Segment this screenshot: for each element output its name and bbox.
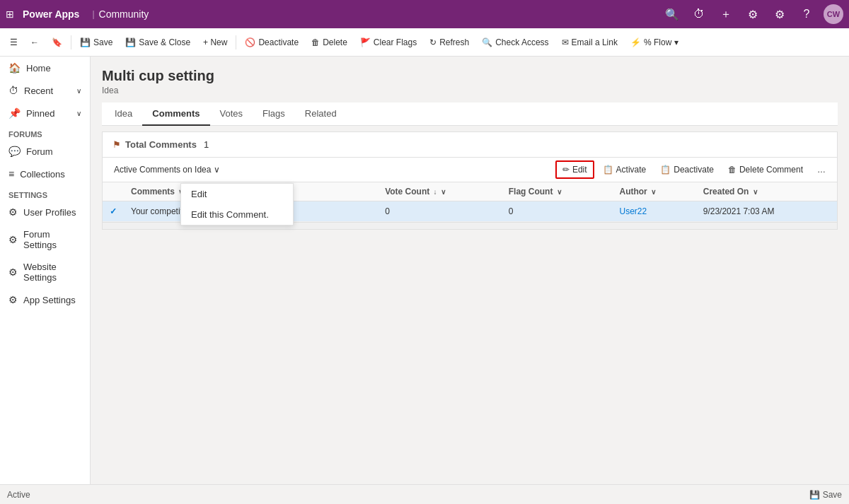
- more-button[interactable]: …: [812, 162, 831, 177]
- hamburger-icon: ☰: [10, 37, 18, 47]
- sort-created-icon: ∨: [753, 188, 758, 196]
- tab-votes[interactable]: Votes: [210, 102, 253, 126]
- content-panel: ⚑ Total Comments 1 Active Comments on Id…: [102, 131, 838, 230]
- activate-icon: 📋: [603, 165, 613, 175]
- home-icon: 🏠: [8, 62, 21, 74]
- sort-author-icon: ∨: [651, 188, 656, 196]
- flow-arrow-icon: ▾: [674, 37, 678, 47]
- search-icon[interactable]: 🔍: [662, 4, 682, 24]
- sidebar-item-app-settings[interactable]: ⚙ App Settings: [0, 288, 90, 311]
- sidebar-item-forum-settings[interactable]: ⚙ Forum Settings: [0, 223, 90, 256]
- save-close-icon: 💾: [125, 37, 136, 47]
- flow-button[interactable]: ⚡ % Flow ▾: [625, 35, 684, 50]
- main-content: Multi cup setting Idea Idea Comments Vot…: [91, 57, 849, 504]
- sidebar-item-website-settings[interactable]: ⚙ Website Settings: [0, 256, 90, 288]
- panel-header: ⚑ Total Comments 1: [103, 132, 837, 158]
- col-vote-count[interactable]: Vote Count ↓ ∨: [378, 182, 502, 201]
- page-title: Multi cup setting: [102, 68, 838, 84]
- community-label: Community: [99, 8, 149, 20]
- sort-vote-icon: ↓: [434, 188, 437, 196]
- filter-icon[interactable]: ⚙: [743, 4, 763, 24]
- edit-pencil-icon: ✏: [562, 165, 570, 175]
- forums-section-header: Forums: [0, 124, 90, 140]
- flow-icon: ⚡: [630, 37, 641, 47]
- pinned-expand-icon: ∨: [76, 110, 81, 117]
- deactivate-comment-button[interactable]: 📋 Deactivate: [654, 162, 720, 177]
- deactivate-comment-icon: 📋: [660, 165, 671, 175]
- pin-icon: 📌: [8, 107, 21, 119]
- back-button[interactable]: ←: [25, 35, 45, 50]
- col-check: [103, 182, 124, 201]
- delete-comment-button[interactable]: 🗑 Delete Comment: [722, 162, 809, 177]
- grid-icon: ⊞: [6, 8, 14, 20]
- save-button[interactable]: 💾 Save: [74, 35, 118, 50]
- save-close-button[interactable]: 💾 Save & Close: [120, 35, 196, 50]
- dropdown-edit-item[interactable]: Edit: [181, 184, 293, 204]
- command-bar: ☰ ← 🔖 💾 Save 💾 Save & Close + New 🚫 Deac…: [0, 28, 849, 57]
- website-settings-icon: ⚙: [8, 266, 18, 278]
- user-profiles-icon: ⚙: [8, 206, 18, 218]
- tab-idea[interactable]: Idea: [105, 102, 142, 126]
- row-flag-count: 0: [502, 201, 613, 222]
- check-access-icon: 🔍: [482, 37, 492, 47]
- help-icon[interactable]: ?: [797, 4, 816, 24]
- sidebar-item-collections[interactable]: ≡ Collections: [0, 163, 90, 185]
- col-author[interactable]: Author ∨: [612, 182, 695, 201]
- check-access-button[interactable]: 🔍 Check Access: [476, 35, 554, 50]
- settings-icon[interactable]: ⚙: [770, 4, 790, 24]
- sort-flag-icon: ∨: [557, 188, 562, 196]
- status-label: Active: [7, 490, 30, 500]
- bookmark-icon: 🔖: [52, 37, 62, 47]
- row-vote-count: 0: [378, 201, 502, 222]
- col-created-on[interactable]: Created On ∨: [696, 182, 837, 201]
- sort-vote-icon2: ∨: [441, 188, 446, 196]
- edit-dropdown-menu: Edit Edit this Comment.: [180, 183, 294, 225]
- recent-icon: ⏱: [8, 85, 18, 96]
- email-link-button[interactable]: ✉ Email a Link: [556, 35, 623, 50]
- sidebar: 🏠 Home ⏱ Recent ∨ 📌 Pinned ∨ Forums 💬 Fo…: [0, 57, 91, 504]
- app-settings-icon: ⚙: [8, 294, 18, 305]
- status-bar: Active 💾 Save: [0, 484, 849, 504]
- delete-button[interactable]: 🗑 Delete: [306, 35, 353, 50]
- col-flag-count[interactable]: Flag Count ∨: [502, 182, 613, 201]
- recent-expand-icon: ∨: [76, 87, 81, 95]
- sidebar-item-recent[interactable]: ⏱ Recent ∨: [0, 79, 90, 102]
- flag-icon: 🚩: [360, 37, 371, 47]
- avatar[interactable]: CW: [824, 4, 843, 24]
- bookmark-button[interactable]: 🔖: [46, 35, 68, 50]
- sidebar-item-forum[interactable]: 💬 Forum: [0, 140, 90, 163]
- more-icon: …: [817, 165, 826, 175]
- clear-flags-button[interactable]: 🚩 Clear Flags: [354, 35, 422, 50]
- favorites-icon[interactable]: ⏱: [689, 4, 709, 24]
- sidebar-item-pinned[interactable]: 📌 Pinned ∨: [0, 102, 90, 124]
- page-subtitle: Idea: [102, 86, 838, 95]
- tab-related[interactable]: Related: [295, 102, 347, 126]
- back-icon: ←: [30, 37, 39, 47]
- tab-comments[interactable]: Comments: [142, 102, 209, 126]
- collections-icon: ≡: [8, 168, 14, 180]
- delete-icon: 🗑: [311, 37, 320, 47]
- row-created-on: 9/23/2021 7:03 AM: [696, 201, 837, 222]
- sidebar-item-home[interactable]: 🏠 Home: [0, 57, 90, 79]
- edit-button[interactable]: ✏ Edit: [555, 160, 594, 179]
- sidebar-item-user-profiles[interactable]: ⚙ User Profiles: [0, 201, 90, 223]
- dropdown-edit-comment-item[interactable]: Edit this Comment.: [181, 204, 293, 225]
- refresh-button[interactable]: ↻ Refresh: [424, 35, 475, 50]
- hamburger-button[interactable]: ☰: [4, 35, 23, 50]
- sub-command-bar: Active Comments on Idea ∨ ✏ Edit 📋 Activ…: [103, 158, 837, 182]
- activate-button[interactable]: 📋 Activate: [597, 162, 652, 177]
- new-button[interactable]: + New: [197, 35, 233, 50]
- filter-dropdown-button[interactable]: Active Comments on Idea ∨: [108, 162, 226, 177]
- total-comments-count: 1: [204, 139, 209, 150]
- top-bar-actions: 🔍 ⏱ ＋ ⚙ ⚙ ? CW: [662, 4, 843, 24]
- plus-icon[interactable]: ＋: [716, 4, 736, 24]
- status-save-btn[interactable]: 💾 Save: [809, 490, 842, 500]
- deactivate-icon: 🚫: [245, 37, 255, 47]
- forum-settings-icon: ⚙: [8, 234, 18, 245]
- settings-section-header: Settings: [0, 185, 90, 201]
- separator: |: [92, 9, 94, 19]
- deactivate-button[interactable]: 🚫 Deactivate: [239, 35, 304, 50]
- refresh-icon: ↻: [429, 37, 437, 47]
- tabs: Idea Comments Votes Flags Related: [102, 102, 838, 126]
- tab-flags[interactable]: Flags: [253, 102, 295, 126]
